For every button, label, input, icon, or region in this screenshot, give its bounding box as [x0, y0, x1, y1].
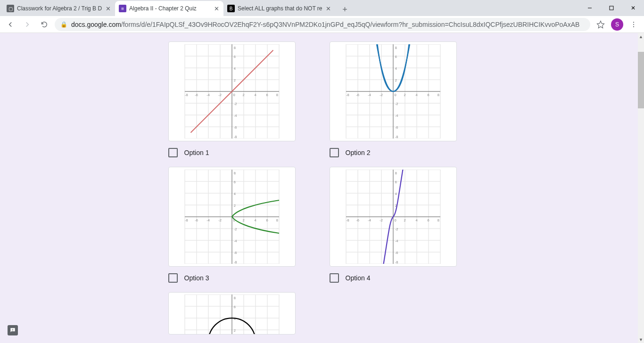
svg-text:6: 6 — [266, 218, 268, 222]
checkbox[interactable] — [168, 148, 178, 157]
svg-text:-6: -6 — [395, 125, 398, 130]
url-host: docs.google.com — [71, 21, 121, 28]
reload-button[interactable] — [38, 18, 51, 31]
svg-text:8: 8 — [276, 218, 278, 222]
parabola-graph: 8642 -2-4-6-8 -8-6-4-2 02468 — [344, 44, 443, 139]
svg-text:2: 2 — [233, 204, 235, 208]
forward-button[interactable] — [21, 18, 34, 31]
new-tab-button[interactable]: + — [339, 3, 352, 16]
lock-icon: 🔒 — [60, 21, 67, 28]
option-block: 8642 -2-4-6-8 -8-6-4-2 02468 Option 1 — [168, 41, 309, 157]
checkbox[interactable] — [330, 148, 339, 157]
graph-option-5[interactable]: 8642 — [168, 292, 296, 335]
svg-text:2: 2 — [242, 218, 244, 222]
svg-rect-1 — [610, 6, 613, 10]
close-icon[interactable]: ✕ — [213, 5, 220, 12]
checkbox-row[interactable]: Option 3 — [168, 273, 309, 283]
option-block: 8642 -2-4-6-8 -8-6-4-2 02468 Option 4 — [330, 167, 470, 283]
linear-graph: 8642 -2-4-6-8 -8-6-4-2 02468 — [182, 44, 281, 139]
svg-text:8: 8 — [233, 296, 235, 300]
minimize-button[interactable] — [579, 0, 601, 16]
checkbox-row[interactable]: Option 4 — [330, 273, 470, 283]
svg-text:4: 4 — [254, 93, 256, 97]
svg-text:6: 6 — [233, 180, 235, 184]
svg-text:6: 6 — [233, 55, 235, 59]
svg-text:6: 6 — [395, 55, 396, 59]
profile-avatar[interactable]: S — [611, 18, 623, 31]
checkbox[interactable] — [330, 273, 339, 283]
svg-rect-165 — [12, 331, 13, 331]
svg-text:2: 2 — [233, 78, 235, 82]
maximize-button[interactable] — [601, 0, 622, 16]
svg-text:-6: -6 — [233, 251, 237, 255]
svg-text:-2: -2 — [380, 218, 383, 222]
svg-text:8: 8 — [233, 171, 235, 175]
svg-text:-6: -6 — [395, 251, 398, 255]
bookmark-button[interactable] — [594, 18, 607, 31]
svg-text:-8: -8 — [346, 93, 349, 97]
svg-text:-8: -8 — [346, 218, 349, 222]
graph-option-2[interactable]: 8642 -2-4-6-8 -8-6-4-2 02468 — [330, 41, 457, 141]
svg-text:0: 0 — [394, 218, 396, 222]
graph-option-4[interactable]: 8642 -2-4-6-8 -8-6-4-2 02468 — [330, 167, 457, 267]
svg-rect-164 — [12, 329, 13, 330]
svg-text:-2: -2 — [395, 227, 398, 231]
svg-point-4 — [633, 26, 634, 27]
address-bar[interactable]: 🔒 docs.google.com/forms/d/e/1FAIpQLSf_43… — [55, 18, 590, 31]
option-label: Option 2 — [346, 149, 371, 156]
circle-graph: 8642 — [182, 294, 281, 335]
svg-text:6: 6 — [395, 180, 396, 184]
graph-option-1[interactable]: 8642 -2-4-6-8 -8-6-4-2 02468 — [168, 41, 296, 141]
form-card: 8642 -2-4-6-8 -8-6-4-2 02468 Option 1 — [168, 33, 470, 335]
close-icon[interactable]: ✕ — [105, 5, 111, 12]
svg-text:-6: -6 — [233, 125, 237, 130]
option-label: Option 3 — [184, 274, 209, 282]
svg-text:8: 8 — [395, 46, 396, 50]
option-block: 8642 -2-4-6-8 -8-6-4-2 02468 Option 3 — [168, 167, 309, 283]
url-path: /forms/d/e/1FAIpQLSf_43Ov9HRocOV2EhqF2Y-… — [121, 21, 580, 28]
svg-text:-2: -2 — [218, 93, 222, 97]
svg-text:4: 4 — [233, 192, 235, 196]
favicon-icon: ≡ — [119, 5, 126, 12]
svg-text:-4: -4 — [206, 218, 210, 222]
scroll-up-icon[interactable]: ▲ — [638, 33, 644, 40]
svg-text:-4: -4 — [368, 218, 371, 222]
browser-tab[interactable]: ▢ Classwork for Algebra 2 / Trig B D ✕ — [3, 1, 115, 16]
browser-tab[interactable]: ≡ Algebra II - Chapter 2 Quiz ✕ — [115, 1, 223, 16]
back-button[interactable] — [4, 18, 17, 31]
svg-text:8: 8 — [276, 93, 278, 97]
scroll-down-icon[interactable]: ▼ — [638, 336, 644, 343]
graph-option-3[interactable]: 8642 -2-4-6-8 -8-6-4-2 02468 — [168, 167, 296, 267]
svg-text:-4: -4 — [233, 114, 237, 118]
svg-text:-2: -2 — [233, 227, 237, 231]
svg-text:-4: -4 — [395, 239, 398, 243]
scroll-thumb[interactable] — [638, 52, 644, 108]
close-icon[interactable]: ✕ — [325, 5, 332, 12]
option-label: Option 4 — [346, 274, 371, 282]
svg-text:8: 8 — [395, 171, 396, 175]
svg-text:-8: -8 — [185, 218, 188, 222]
cubic-graph: 8642 -2-4-6-8 -8-6-4-2 02468 — [344, 170, 443, 264]
window-controls: ✕ — [579, 0, 644, 16]
svg-point-2 — [633, 22, 634, 23]
svg-text:6: 6 — [233, 305, 235, 309]
svg-text:0: 0 — [394, 93, 396, 97]
avatar-initial: S — [615, 21, 619, 28]
menu-button[interactable] — [627, 18, 640, 31]
svg-text:-4: -4 — [368, 93, 371, 97]
favicon-icon: ▢ — [7, 5, 14, 12]
svg-text:2: 2 — [404, 93, 405, 97]
report-problem-button[interactable] — [8, 325, 18, 335]
browser-tab[interactable]: B Select ALL graphs that do NOT re ✕ — [223, 1, 335, 16]
svg-text:2: 2 — [242, 93, 244, 97]
vertical-scrollbar[interactable]: ▲ ▼ — [638, 33, 644, 343]
svg-text:4: 4 — [415, 218, 417, 222]
svg-text:-6: -6 — [356, 218, 359, 222]
checkbox-row[interactable]: Option 2 — [330, 148, 470, 157]
svg-text:-8: -8 — [185, 93, 188, 97]
option-label: Option 1 — [184, 149, 209, 156]
svg-text:-2: -2 — [233, 102, 237, 106]
checkbox-row[interactable]: Option 1 — [168, 148, 309, 157]
close-window-button[interactable]: ✕ — [622, 0, 644, 16]
checkbox[interactable] — [168, 273, 178, 283]
